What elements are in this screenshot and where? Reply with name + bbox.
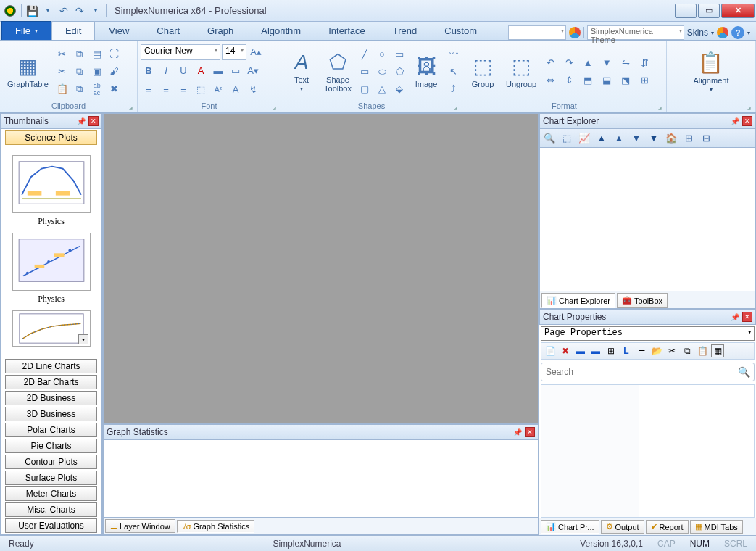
zoom-icon[interactable]: 🔍 <box>543 132 556 145</box>
align-top-icon[interactable]: ⬒ <box>580 72 596 88</box>
window1-icon[interactable]: ▬ <box>574 344 587 357</box>
search-icon[interactable]: 🔍 <box>738 366 750 378</box>
category-meter[interactable]: Meter Charts <box>5 486 97 501</box>
down-icon[interactable]: ▼ <box>630 132 643 145</box>
open-icon[interactable]: 📂 <box>650 344 663 357</box>
text-button[interactable]: A Text ▾ <box>284 49 319 94</box>
copy2-icon[interactable]: ⧉ <box>72 81 88 97</box>
close-panel-icon[interactable]: ✕ <box>525 427 535 437</box>
fill-icon[interactable]: ▭ <box>228 63 244 79</box>
properties-dropdown[interactable]: Page Properties <box>541 326 755 341</box>
skins-color-icon[interactable] <box>717 27 728 38</box>
align-left-icon[interactable]: ≡ <box>141 82 157 98</box>
shrink-font-icon[interactable]: A▾ <box>245 63 261 79</box>
tab-edit[interactable]: Edit <box>51 21 95 40</box>
save-icon[interactable]: 💾 <box>24 3 40 19</box>
help-icon[interactable]: ? <box>731 26 744 39</box>
up-icon[interactable]: ▲ <box>612 132 626 145</box>
copy-plus-icon[interactable]: ⧉ <box>72 46 88 62</box>
up-solid-icon[interactable]: ▲ <box>595 132 608 145</box>
category-surface[interactable]: Surface Plots <box>5 471 97 485</box>
font-name-select[interactable]: Courier New <box>141 44 220 60</box>
cut-icon[interactable]: ✂ <box>665 344 678 357</box>
ungroup-button[interactable]: ⬚ Ungroup <box>502 53 541 90</box>
clear-icon[interactable]: ✖ <box>107 81 122 97</box>
font-color-icon[interactable]: A <box>193 63 209 79</box>
highlight-icon[interactable]: ▬ <box>210 63 226 79</box>
image-button[interactable]: 🖼 Image <box>409 53 444 90</box>
tab-interface[interactable]: Interface <box>315 21 379 40</box>
pin-icon[interactable]: 📌 <box>731 313 739 321</box>
alignment-button[interactable]: 📋 Alignment ▾ <box>689 49 734 94</box>
font-dialog-icon[interactable]: A <box>228 82 244 98</box>
category-2d-bar[interactable]: 2D Bar Charts <box>5 375 97 389</box>
group-button[interactable]: ⬚ Group <box>465 53 500 90</box>
text-box-icon[interactable]: ⬚ <box>193 82 209 98</box>
connector-icon[interactable]: ⤴ <box>445 81 461 97</box>
collapse-icon[interactable]: ⊟ <box>699 132 713 145</box>
tab-chart[interactable]: Chart <box>143 21 194 40</box>
select-all-icon[interactable]: ▣ <box>89 64 105 80</box>
down-solid-icon[interactable]: ▼ <box>647 132 660 145</box>
line-icon[interactable]: ╱ <box>357 46 373 62</box>
paste-icon[interactable]: 📋 <box>696 344 709 357</box>
dist-h-icon[interactable]: ⇔ <box>542 72 558 88</box>
bold-icon[interactable]: B <box>141 63 157 79</box>
theme-selector[interactable]: SimplexNumerica Theme <box>587 25 684 40</box>
pin-icon[interactable]: 📌 <box>731 117 739 125</box>
minimize-button[interactable]: — <box>675 4 697 18</box>
rect-group-icon[interactable]: ▭ <box>391 46 407 62</box>
rect-icon[interactable]: ▭ <box>357 64 373 80</box>
qat-more-icon[interactable]: ▾ <box>88 3 104 19</box>
paste-special-icon[interactable]: ▤ <box>89 46 105 62</box>
polygon-group-icon[interactable]: ⬠ <box>391 64 407 80</box>
rotate-left-icon[interactable]: ↶ <box>542 55 558 71</box>
tab-mdi-tabs[interactable]: ▦MDI Tabs <box>690 520 743 534</box>
rotate-right-icon[interactable]: ↷ <box>561 55 577 71</box>
category-user-eval[interactable]: User Evaluations <box>5 518 97 533</box>
grow-font-icon[interactable]: A▴ <box>248 44 264 60</box>
tab-layer-window[interactable]: ☰Layer Window <box>105 519 175 533</box>
tab-chart-properties[interactable]: 📊Chart Pr... <box>541 520 599 534</box>
tab-graph-statistics[interactable]: √σGraph Statistics <box>177 520 254 533</box>
cut-icon[interactable]: ✂ <box>54 46 70 62</box>
tree-icon[interactable]: 🏠 <box>665 132 678 145</box>
callout-icon[interactable]: ⬙ <box>391 81 407 97</box>
align-right-icon[interactable]: ≡ <box>175 82 191 98</box>
roundrect-icon[interactable]: ▢ <box>357 81 373 97</box>
ellipse-icon[interactable]: ⬭ <box>374 64 390 80</box>
close-panel-icon[interactable]: ✕ <box>742 116 752 126</box>
paste-icon[interactable]: 📋 <box>54 81 70 97</box>
format-painter-icon[interactable]: 🖌 <box>107 64 122 80</box>
align-bot-icon[interactable]: ⬔ <box>618 72 634 88</box>
category-polar[interactable]: Polar Charts <box>5 423 97 437</box>
undo-icon[interactable]: ↶ <box>56 3 72 19</box>
file-menu-button[interactable]: File <box>1 21 51 40</box>
pointer-icon[interactable]: ↖ <box>445 64 461 80</box>
replace-icon[interactable]: abac <box>89 81 105 97</box>
tab-graph[interactable]: Graph <box>194 21 247 40</box>
canvas-area[interactable] <box>103 113 539 424</box>
redo-icon[interactable]: ↷ <box>72 3 88 19</box>
axis-icon[interactable]: ⊢ <box>635 344 648 357</box>
fit-icon[interactable]: ⬚ <box>560 132 573 145</box>
tab-algorithm[interactable]: Algorithm <box>247 21 315 40</box>
window2-icon[interactable]: ▬ <box>589 344 602 357</box>
category-misc[interactable]: Misc. Charts <box>5 502 97 517</box>
grid-icon[interactable]: ⊞ <box>605 344 618 357</box>
thumbnail-item[interactable]: ▾ <box>7 310 96 347</box>
category-pie[interactable]: Pie Charts <box>5 439 97 453</box>
properties-search-input[interactable] <box>541 362 755 381</box>
cut2-icon[interactable]: ✂ <box>54 64 70 80</box>
category-contour[interactable]: Contour Plots <box>5 455 97 469</box>
tab-view[interactable]: View <box>95 21 143 40</box>
thumbnail-item[interactable]: Physics <box>7 233 96 304</box>
close-panel-icon[interactable]: ✕ <box>88 116 99 126</box>
triangle-icon[interactable]: △ <box>374 81 390 97</box>
tab-toolbox[interactable]: 🧰ToolBox <box>617 293 668 308</box>
chevron-down-icon[interactable]: ▾ <box>78 334 88 344</box>
underline-icon[interactable]: U <box>175 63 191 79</box>
tab-report[interactable]: ✔Report <box>646 520 689 534</box>
expand-icon[interactable]: ⊞ <box>682 132 695 145</box>
qat-dropdown-icon[interactable]: ▾ <box>40 3 56 19</box>
